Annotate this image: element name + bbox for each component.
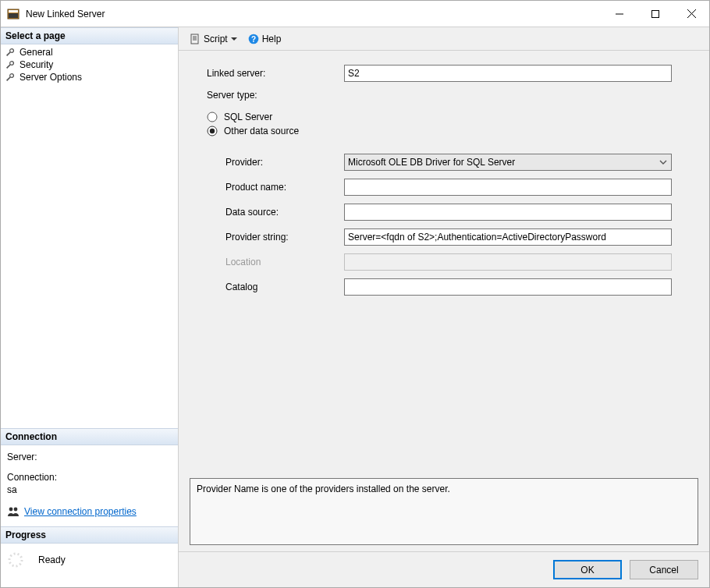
- spinner-icon: [7, 551, 24, 569]
- page-item-general[interactable]: General: [1, 46, 178, 58]
- progress-header: Progress: [1, 526, 178, 544]
- progress-body: Ready: [1, 544, 178, 587]
- cancel-button[interactable]: Cancel: [630, 560, 698, 579]
- view-connection-link[interactable]: View connection properties: [24, 506, 137, 517]
- page-item-label: Server Options: [20, 72, 82, 83]
- sidebar: Select a page General Security Server Op…: [1, 27, 179, 587]
- chevron-down-icon: [231, 36, 237, 42]
- chevron-down-icon: [659, 158, 668, 167]
- close-button[interactable]: [673, 2, 709, 27]
- provider-string-input[interactable]: [344, 228, 672, 246]
- svg-text:?: ?: [251, 34, 256, 43]
- linked-server-input[interactable]: [344, 65, 672, 82]
- hint-text: Provider Name is one of the providers in…: [197, 484, 450, 494]
- help-label: Help: [262, 34, 282, 44]
- connection-body: Server: Connection: sa View connection p…: [1, 445, 178, 526]
- linked-server-label: Linked server:: [207, 68, 344, 79]
- wrench-icon: [5, 47, 16, 58]
- progress-status: Ready: [38, 554, 66, 565]
- location-label: Location: [225, 257, 344, 267]
- ok-button[interactable]: OK: [553, 560, 622, 579]
- wrench-icon: [5, 72, 16, 83]
- provider-select[interactable]: Microsoft OLE DB Driver for SQL Server: [344, 154, 672, 171]
- page-item-server-options[interactable]: Server Options: [1, 71, 178, 83]
- svg-point-18: [210, 129, 215, 133]
- svg-rect-10: [191, 34, 198, 44]
- connection-header: Connection: [1, 428, 178, 445]
- server-label: Server:: [7, 452, 172, 462]
- product-name-input[interactable]: [344, 179, 672, 196]
- radio-other-source[interactable]: Other data source: [207, 126, 698, 136]
- app-icon: [7, 8, 20, 20]
- window-title: New Linked Server: [26, 9, 105, 19]
- script-button[interactable]: Script: [186, 32, 240, 46]
- svg-rect-1: [9, 10, 18, 12]
- toolbar: Script ? Help: [179, 27, 709, 51]
- catalog-label: Catalog: [225, 282, 344, 292]
- content: Script ? Help Linked server: Server type…: [179, 27, 709, 587]
- page-item-label: General: [20, 47, 53, 58]
- wrench-icon: [5, 59, 16, 70]
- select-page-header: Select a page: [1, 27, 178, 44]
- svg-point-8: [14, 508, 18, 512]
- page-list: General Security Server Options: [1, 44, 178, 85]
- provider-value: Microsoft OLE DB Driver for SQL Server: [348, 157, 515, 168]
- provider-string-label: Provider string:: [225, 232, 344, 243]
- radio-other-label: Other data source: [224, 126, 299, 136]
- svg-point-16: [208, 112, 217, 122]
- script-label: Script: [204, 34, 228, 44]
- catalog-input[interactable]: [344, 278, 672, 296]
- people-icon: [7, 506, 20, 517]
- cancel-label: Cancel: [649, 565, 678, 576]
- provider-label: Provider:: [225, 157, 344, 168]
- connection-value: sa: [7, 484, 172, 495]
- maximize-button[interactable]: [637, 2, 673, 27]
- form-area: Linked server: Server type: SQL Server: [179, 51, 709, 472]
- page-item-security[interactable]: Security: [1, 58, 178, 71]
- minimize-button[interactable]: [602, 2, 637, 27]
- help-icon: ?: [248, 34, 259, 44]
- radio-on-icon: [207, 126, 218, 136]
- hint-box: Provider Name is one of the providers in…: [190, 478, 698, 545]
- product-name-label: Product name:: [225, 182, 344, 193]
- data-source-input[interactable]: [344, 204, 672, 221]
- svg-point-9: [9, 554, 22, 566]
- radio-sql-server-label: SQL Server: [224, 112, 272, 122]
- radio-sql-server[interactable]: SQL Server: [207, 112, 698, 122]
- help-button[interactable]: ? Help: [245, 32, 285, 46]
- radio-off-icon: [207, 112, 218, 122]
- location-input: [344, 253, 672, 271]
- ok-label: OK: [580, 565, 594, 576]
- connection-label: Connection:: [7, 472, 172, 483]
- page-item-label: Security: [20, 59, 53, 70]
- script-icon: [190, 34, 201, 44]
- titlebar: New Linked Server: [1, 1, 709, 27]
- svg-rect-4: [652, 10, 659, 17]
- button-bar: OK Cancel: [179, 551, 709, 587]
- svg-point-7: [9, 508, 13, 512]
- svg-rect-2: [9, 13, 18, 18]
- server-type-label: Server type:: [207, 90, 344, 101]
- data-source-label: Data source:: [225, 207, 344, 218]
